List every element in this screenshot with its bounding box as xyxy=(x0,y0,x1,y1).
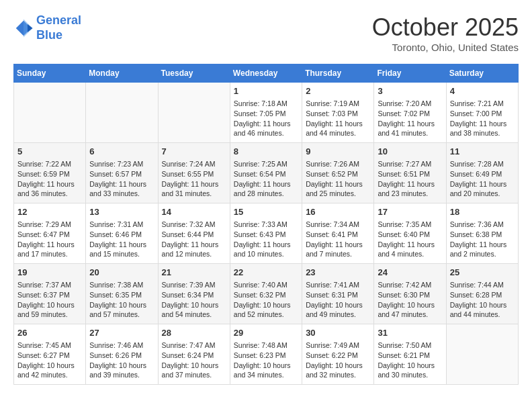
weekday-header: Friday xyxy=(374,64,446,83)
day-info: Sunrise: 7:23 AM Sunset: 6:57 PM Dayligh… xyxy=(89,159,154,199)
day-number: 30 xyxy=(306,327,370,339)
calendar-day-cell: 17Sunrise: 7:35 AM Sunset: 6:40 PM Dayli… xyxy=(374,203,446,264)
logo-text: General Blue xyxy=(36,13,81,42)
day-number: 27 xyxy=(89,327,154,339)
day-number: 24 xyxy=(378,267,442,279)
day-info: Sunrise: 7:32 AM Sunset: 6:44 PM Dayligh… xyxy=(162,220,226,259)
calendar-day-cell: 21Sunrise: 7:39 AM Sunset: 6:34 PM Dayli… xyxy=(158,264,230,324)
calendar-day-cell xyxy=(446,324,518,385)
day-number: 14 xyxy=(162,206,226,218)
day-info: Sunrise: 7:48 AM Sunset: 6:23 PM Dayligh… xyxy=(234,340,298,380)
day-number: 29 xyxy=(234,327,298,339)
calendar-day-cell: 4Sunrise: 7:21 AM Sunset: 7:00 PM Daylig… xyxy=(446,83,518,143)
day-info: Sunrise: 7:24 AM Sunset: 6:55 PM Dayligh… xyxy=(162,159,226,199)
day-info: Sunrise: 7:42 AM Sunset: 6:30 PM Dayligh… xyxy=(378,280,442,320)
day-number: 23 xyxy=(306,267,370,279)
logo: General Blue xyxy=(13,13,81,42)
calendar-day-cell: 1Sunrise: 7:18 AM Sunset: 7:05 PM Daylig… xyxy=(230,83,302,143)
day-info: Sunrise: 7:37 AM Sunset: 6:37 PM Dayligh… xyxy=(17,280,82,320)
weekday-header: Thursday xyxy=(302,64,374,83)
day-number: 17 xyxy=(378,206,442,218)
day-number: 19 xyxy=(17,267,82,279)
day-info: Sunrise: 7:20 AM Sunset: 7:02 PM Dayligh… xyxy=(378,99,442,138)
weekday-header: Sunday xyxy=(14,64,86,83)
day-info: Sunrise: 7:45 AM Sunset: 6:27 PM Dayligh… xyxy=(17,340,82,380)
day-info: Sunrise: 7:29 AM Sunset: 6:47 PM Dayligh… xyxy=(17,220,82,259)
weekday-header: Wednesday xyxy=(230,64,302,83)
day-number: 15 xyxy=(234,206,298,218)
day-info: Sunrise: 7:34 AM Sunset: 6:41 PM Dayligh… xyxy=(306,220,370,259)
day-number: 25 xyxy=(450,267,515,279)
calendar-day-cell: 2Sunrise: 7:19 AM Sunset: 7:03 PM Daylig… xyxy=(302,83,374,143)
calendar-day-cell: 5Sunrise: 7:22 AM Sunset: 6:59 PM Daylig… xyxy=(14,143,86,203)
calendar-day-cell: 10Sunrise: 7:27 AM Sunset: 6:51 PM Dayli… xyxy=(374,143,446,203)
calendar-day-cell: 3Sunrise: 7:20 AM Sunset: 7:02 PM Daylig… xyxy=(374,83,446,143)
calendar-day-cell: 18Sunrise: 7:36 AM Sunset: 6:38 PM Dayli… xyxy=(446,203,518,264)
calendar-day-cell: 28Sunrise: 7:47 AM Sunset: 6:24 PM Dayli… xyxy=(158,324,230,385)
calendar-day-cell: 26Sunrise: 7:45 AM Sunset: 6:27 PM Dayli… xyxy=(14,324,86,385)
weekday-header: Saturday xyxy=(446,64,518,83)
calendar-day-cell: 15Sunrise: 7:33 AM Sunset: 6:43 PM Dayli… xyxy=(230,203,302,264)
day-number: 8 xyxy=(234,146,298,158)
calendar-week-row: 26Sunrise: 7:45 AM Sunset: 6:27 PM Dayli… xyxy=(14,324,519,385)
calendar-day-cell: 16Sunrise: 7:34 AM Sunset: 6:41 PM Dayli… xyxy=(302,203,374,264)
calendar-week-row: 19Sunrise: 7:37 AM Sunset: 6:37 PM Dayli… xyxy=(14,264,519,324)
day-info: Sunrise: 7:33 AM Sunset: 6:43 PM Dayligh… xyxy=(234,220,298,259)
month-title: October 2025 xyxy=(372,13,519,42)
location-subtitle: Toronto, Ohio, United States xyxy=(372,42,519,53)
day-info: Sunrise: 7:27 AM Sunset: 6:51 PM Dayligh… xyxy=(378,159,442,199)
calendar-day-cell: 13Sunrise: 7:31 AM Sunset: 6:46 PM Dayli… xyxy=(86,203,158,264)
calendar-day-cell: 11Sunrise: 7:28 AM Sunset: 6:49 PM Dayli… xyxy=(446,143,518,203)
day-info: Sunrise: 7:38 AM Sunset: 6:35 PM Dayligh… xyxy=(89,280,154,320)
day-number: 20 xyxy=(89,267,154,279)
day-number: 13 xyxy=(89,206,154,218)
svg-marker-2 xyxy=(28,24,33,32)
day-number: 21 xyxy=(162,267,226,279)
calendar-day-cell: 14Sunrise: 7:32 AM Sunset: 6:44 PM Dayli… xyxy=(158,203,230,264)
logo-icon xyxy=(13,18,34,38)
day-info: Sunrise: 7:40 AM Sunset: 6:32 PM Dayligh… xyxy=(234,280,298,320)
calendar-day-cell: 12Sunrise: 7:29 AM Sunset: 6:47 PM Dayli… xyxy=(14,203,86,264)
day-info: Sunrise: 7:41 AM Sunset: 6:31 PM Dayligh… xyxy=(306,280,370,320)
calendar-week-row: 5Sunrise: 7:22 AM Sunset: 6:59 PM Daylig… xyxy=(14,143,519,203)
day-info: Sunrise: 7:22 AM Sunset: 6:59 PM Dayligh… xyxy=(17,159,82,199)
page-header: General Blue October 2025 Toronto, Ohio,… xyxy=(13,13,519,53)
weekday-header: Tuesday xyxy=(158,64,230,83)
day-number: 31 xyxy=(378,327,442,339)
day-info: Sunrise: 7:35 AM Sunset: 6:40 PM Dayligh… xyxy=(378,220,442,259)
calendar-week-row: 12Sunrise: 7:29 AM Sunset: 6:47 PM Dayli… xyxy=(14,203,519,264)
calendar-day-cell: 23Sunrise: 7:41 AM Sunset: 6:31 PM Dayli… xyxy=(302,264,374,324)
day-info: Sunrise: 7:47 AM Sunset: 6:24 PM Dayligh… xyxy=(162,340,226,380)
day-info: Sunrise: 7:49 AM Sunset: 6:22 PM Dayligh… xyxy=(306,340,370,380)
day-info: Sunrise: 7:21 AM Sunset: 7:00 PM Dayligh… xyxy=(450,99,515,138)
calendar-day-cell: 30Sunrise: 7:49 AM Sunset: 6:22 PM Dayli… xyxy=(302,324,374,385)
calendar-day-cell: 20Sunrise: 7:38 AM Sunset: 6:35 PM Dayli… xyxy=(86,264,158,324)
day-info: Sunrise: 7:36 AM Sunset: 6:38 PM Dayligh… xyxy=(450,220,515,259)
calendar-week-row: 1Sunrise: 7:18 AM Sunset: 7:05 PM Daylig… xyxy=(14,83,519,143)
day-info: Sunrise: 7:18 AM Sunset: 7:05 PM Dayligh… xyxy=(234,99,298,138)
day-number: 3 xyxy=(378,85,442,97)
day-number: 28 xyxy=(162,327,226,339)
day-info: Sunrise: 7:50 AM Sunset: 6:21 PM Dayligh… xyxy=(378,340,442,380)
day-number: 18 xyxy=(450,206,515,218)
calendar-day-cell: 6Sunrise: 7:23 AM Sunset: 6:57 PM Daylig… xyxy=(86,143,158,203)
calendar-day-cell: 24Sunrise: 7:42 AM Sunset: 6:30 PM Dayli… xyxy=(374,264,446,324)
day-info: Sunrise: 7:46 AM Sunset: 6:26 PM Dayligh… xyxy=(89,340,154,380)
day-info: Sunrise: 7:39 AM Sunset: 6:34 PM Dayligh… xyxy=(162,280,226,320)
calendar-day-cell: 29Sunrise: 7:48 AM Sunset: 6:23 PM Dayli… xyxy=(230,324,302,385)
day-number: 10 xyxy=(378,146,442,158)
day-number: 6 xyxy=(89,146,154,158)
day-number: 11 xyxy=(450,146,515,158)
calendar-day-cell: 19Sunrise: 7:37 AM Sunset: 6:37 PM Dayli… xyxy=(14,264,86,324)
day-info: Sunrise: 7:28 AM Sunset: 6:49 PM Dayligh… xyxy=(450,159,515,199)
title-area: October 2025 Toronto, Ohio, United State… xyxy=(372,13,519,53)
day-number: 7 xyxy=(162,146,226,158)
calendar-day-cell xyxy=(86,83,158,143)
calendar-day-cell: 8Sunrise: 7:25 AM Sunset: 6:54 PM Daylig… xyxy=(230,143,302,203)
calendar-day-cell xyxy=(158,83,230,143)
day-number: 26 xyxy=(17,327,82,339)
day-info: Sunrise: 7:44 AM Sunset: 6:28 PM Dayligh… xyxy=(450,280,515,320)
calendar-day-cell xyxy=(14,83,86,143)
calendar-day-cell: 7Sunrise: 7:24 AM Sunset: 6:55 PM Daylig… xyxy=(158,143,230,203)
day-number: 22 xyxy=(234,267,298,279)
